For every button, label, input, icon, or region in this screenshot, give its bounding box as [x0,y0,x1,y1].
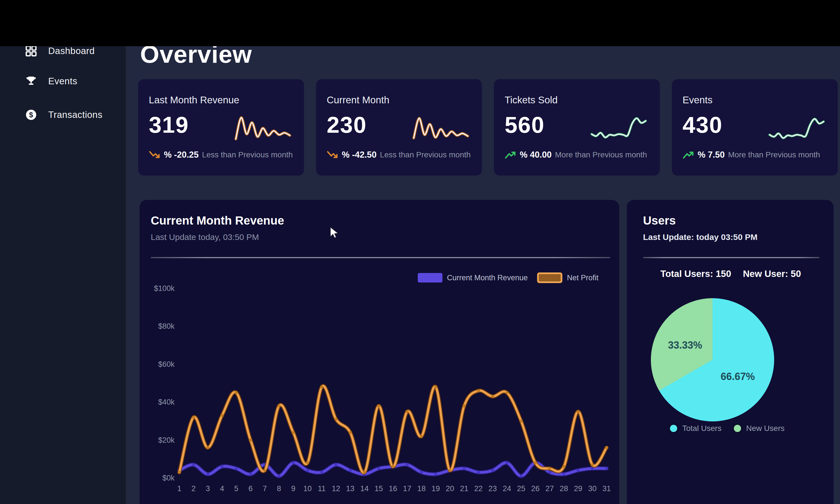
users-subtitle: Last Update: today 03:50 PM [643,232,757,242]
pie-slice-label-new-users: 33.33% [668,339,702,351]
svg-text:14: 14 [360,484,369,493]
stat-change: % 7.50 [698,150,725,160]
svg-text:8: 8 [277,484,281,493]
stat-card-value: 560 [505,112,545,138]
stat-change: % 40.00 [520,150,552,160]
stat-comparison: More than Previous month [555,150,647,159]
svg-text:10: 10 [303,484,312,493]
svg-text:30: 30 [588,484,596,493]
stat-card-value: 430 [683,112,723,138]
svg-text:13: 13 [346,484,354,493]
svg-text:15: 15 [374,484,383,493]
svg-text:28: 28 [560,484,568,493]
legend-dot-total-users[interactable] [669,424,678,433]
svg-text:3: 3 [206,484,210,493]
dollar-circle-icon: $ [25,108,37,121]
top-black-bar [0,0,840,46]
svg-text:$60k: $60k [158,360,175,368]
trend-up-icon [504,149,517,160]
svg-text:$0k: $0k [162,474,175,482]
svg-text:5: 5 [234,484,239,493]
revenue-chart-card: Current Month Revenue Last Update today,… [140,200,619,504]
svg-text:19: 19 [432,484,440,493]
total-users-stat: Total Users: 150 [660,269,731,279]
svg-text:18: 18 [417,484,425,493]
sidebar-item-transactions[interactable]: $ Transactions [0,106,126,124]
sparkline-chart [765,108,828,146]
new-users-stat: New User: 50 [743,269,801,279]
svg-text:20: 20 [446,484,454,493]
stat-card-current-month: Current Month 230 % -42.50 Less than Pre… [316,79,482,176]
sidebar-item-label: Transactions [48,109,103,120]
stat-card-events: Events 430 % 7.50 More than Previous mon… [672,79,838,176]
legend-swatch-revenue[interactable] [418,273,442,283]
svg-text:4: 4 [220,484,224,493]
svg-text:$100k: $100k [154,284,175,293]
svg-text:17: 17 [403,484,411,493]
sidebar: Dashboard Events $ Transactions [0,0,126,504]
legend-swatch-net-profit[interactable] [537,272,562,283]
divider [643,257,820,258]
svg-text:6: 6 [248,484,253,493]
sidebar-item-events[interactable]: Events [0,72,126,90]
svg-text:26: 26 [531,484,540,493]
pie-slice-label-total-users: 66.67% [721,371,755,382]
trophy-icon [25,75,37,88]
legend-dot-new-users[interactable] [733,424,742,433]
users-stats-row: Total Users: 150 New User: 50 [660,269,801,279]
pie-legend: Total Users New Users [669,424,792,433]
users-card: Users Last Update: today 03:50 PM Total … [627,200,834,504]
stat-card-title: Events [683,94,713,106]
svg-text:31: 31 [602,484,611,493]
stat-change: % -42.50 [342,150,377,160]
stat-comparison: Less than Previous month [380,150,471,159]
svg-text:22: 22 [474,484,483,493]
svg-text:7: 7 [263,484,267,493]
trend-down-icon [326,149,338,160]
svg-text:$40k: $40k [158,398,175,406]
stat-card-footer: % -42.50 Less than Previous month [326,149,471,160]
legend-label-net-profit[interactable]: Net Profit [567,273,598,282]
chart-legend: Current Month Revenue Net Profit [418,272,603,283]
stat-card-footer: % -20.25 Less than Previous month [148,149,293,160]
legend-label-total-users[interactable]: Total Users [682,424,721,433]
svg-text:9: 9 [291,484,295,493]
revenue-line-chart: $0k$20k$40k$60k$80k$100k1234567891011121… [140,200,619,504]
stat-card-title: Tickets Sold [505,94,558,106]
stat-change: % -20.25 [164,150,199,160]
sparkline-chart [409,108,472,146]
mouse-cursor [327,226,341,239]
svg-text:12: 12 [332,484,340,493]
svg-text:1: 1 [177,484,181,493]
stat-card-last-month-revenue: Last Month Revenue 319 % -20.25 Less tha… [138,79,304,176]
svg-text:21: 21 [460,484,469,493]
stat-comparison: Less than Previous month [202,150,293,159]
users-pie-chart: 33.33% 66.67% [651,298,774,421]
stat-card-footer: % 7.50 More than Previous month [682,149,820,160]
legend-label-revenue[interactable]: Current Month Revenue [447,273,528,282]
svg-text:2: 2 [191,484,196,493]
trend-up-icon [682,149,694,160]
stat-card-title: Last Month Revenue [149,94,239,106]
svg-text:27: 27 [545,484,554,493]
grid-icon [25,44,37,57]
svg-text:$80k: $80k [158,322,175,330]
sparkline-chart [587,108,650,146]
stat-card-title: Current Month [327,94,389,106]
users-title: Users [643,214,676,227]
stat-comparison: More than Previous month [728,150,820,159]
sparkline-chart [231,108,295,146]
trend-down-icon [148,149,160,160]
svg-text:$20k: $20k [158,436,175,444]
stat-card-value: 230 [327,112,367,138]
svg-text:$: $ [29,111,33,119]
svg-text:16: 16 [389,484,397,493]
svg-text:29: 29 [574,484,582,493]
stat-card-value: 319 [149,112,189,138]
svg-text:24: 24 [503,484,511,493]
sidebar-item-label: Dashboard [48,46,95,56]
svg-text:23: 23 [488,484,497,493]
stat-card-tickets-sold: Tickets Sold 560 % 40.00 More than Previ… [494,79,660,176]
stat-card-footer: % 40.00 More than Previous month [504,149,647,160]
legend-label-new-users[interactable]: New Users [746,424,785,433]
